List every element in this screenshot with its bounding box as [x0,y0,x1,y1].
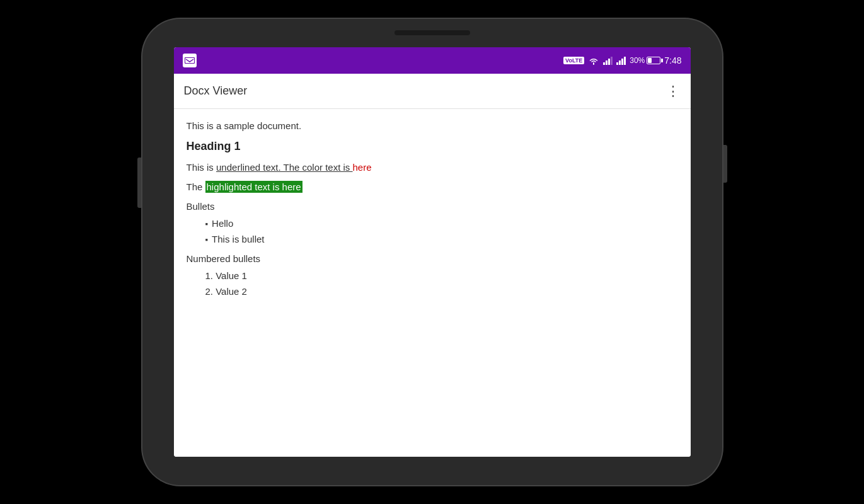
doc-intro-text: This is a sample document. [187,120,678,131]
app-title: Docx Viewer [184,84,248,98]
numbered-label: Numbered bullets [187,253,678,264]
bullet-text: This is bullet [212,234,264,244]
highlighted-text: highlighted text is here [205,181,302,193]
app-icon [183,54,197,67]
doc-highlight-paragraph: The highlighted text is here [187,181,678,192]
phone-screen: VoLTE [174,47,691,457]
overflow-menu-button[interactable]: ⋮ [666,84,681,98]
battery-icon [647,57,660,64]
highlight-prefix: The [187,181,205,192]
doc-underlined-paragraph: This is underlined text. The color text … [187,162,678,173]
speaker [395,30,470,35]
signal-icon-1 [603,57,613,65]
doc-heading-1: Heading 1 [187,140,678,153]
phone-device: VoLTE [142,19,722,485]
bullets-label: Bullets [187,201,678,212]
signal-icon-2 [616,57,626,65]
app-bar: Docx Viewer ⋮ [174,74,691,109]
list-item: 1. Value 1 [205,270,678,281]
colored-text: here [353,162,372,173]
underlined-prefix: This is [187,162,217,173]
wifi-icon [588,56,599,65]
time-display: 7:48 [664,55,681,66]
volte-badge: VoLTE [563,57,584,64]
document-content: This is a sample document. Heading 1 Thi… [174,109,691,457]
numbered-list: 1. Value 1 2. Value 2 [205,270,678,297]
status-right: VoLTE [563,55,681,66]
bullet-char: ▪ [205,219,209,229]
status-bar: VoLTE [174,47,691,74]
bullets-list: ▪ Hello ▪ This is bullet [205,218,678,244]
underlined-text: underlined text. The color text is [216,162,353,173]
list-item: ▪ This is bullet [205,234,678,244]
bullet-char: ▪ [205,235,209,244]
bullet-text: Hello [212,218,233,229]
list-item: 2. Value 2 [205,286,678,297]
status-left [183,54,197,67]
battery-indicator: 30% [630,56,660,65]
battery-percent: 30% [630,56,645,65]
list-item: ▪ Hello [205,218,678,229]
